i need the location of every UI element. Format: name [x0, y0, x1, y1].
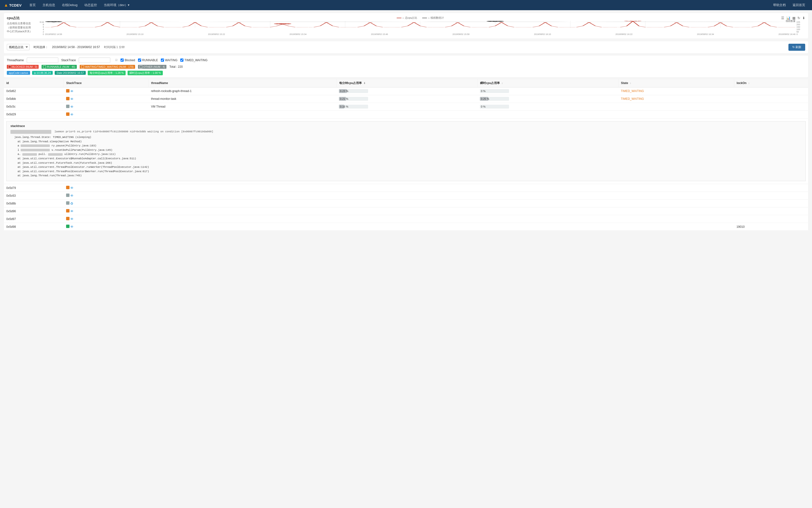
- chart-section: cpu占比 点击相应点查看信息 （使用前需要在应用 中心打开jstack开关） …: [4, 13, 808, 38]
- cell-empty: [149, 200, 808, 207]
- checkbox-runnable[interactable]: RUNNABLE: [138, 58, 158, 62]
- eye-icon[interactable]: 👁: [70, 97, 74, 101]
- stacktrace-line: at java.lang.Thread.sleep(Native Method): [10, 140, 802, 144]
- badge-other: OTHER (NUM : 4): [138, 65, 166, 69]
- stacktrace-line: a ry.pause(PullEntry.java:193): [10, 144, 802, 148]
- eye-icon[interactable]: 👁: [70, 186, 74, 190]
- eye-icon[interactable]: 👁: [70, 225, 74, 229]
- cell-cpu-instant: 0.25 %: [478, 95, 618, 103]
- cell-id: 0x5d62: [4, 87, 64, 95]
- cell-id: 0x5d96: [4, 207, 64, 215]
- tag-cpu-per-min: 每分钟总cpu占用率：1.28 %: [88, 71, 126, 75]
- chart-hint: 点击相应点查看信息 （使用前需要在应用 中心打开jstack开关）: [7, 22, 32, 34]
- cell-state: [618, 103, 734, 111]
- total-count: Total : 220: [169, 65, 183, 69]
- stacktrace-line: at java.util.concurrent.FutureTask.run(F…: [10, 161, 802, 165]
- eye-icon[interactable]: 👁: [70, 194, 74, 198]
- tag-date: Date:2019/08/02 16:57: [55, 71, 86, 75]
- cell-cpu-per-min: 0.23 %: [336, 87, 478, 95]
- state-value: TIMED_WAITING: [621, 89, 644, 93]
- cell-state: TIMED_WAITING: [618, 87, 734, 95]
- tag-cpu-instant: 瞬时总cpu占用率：1.00 %: [128, 71, 163, 75]
- chart-svg-area: 223 1.03 225: [45, 21, 796, 28]
- cell-cpu-instant: 0 %: [478, 103, 618, 111]
- navbar-item-help[interactable]: 帮助文档: [770, 0, 789, 10]
- cell-stacktrace-icon: 👁: [64, 87, 149, 95]
- chart-yaxis-right: 225 200 150 100 50 0: [797, 21, 805, 28]
- progress-text-instant: 0.25 %: [481, 97, 489, 101]
- stack-trace-label: StackTrace: [61, 58, 76, 62]
- progress-wrap-instant: 0.25 %: [480, 97, 509, 101]
- navbar-item-debug[interactable]: 在线Debug: [59, 0, 80, 10]
- thread-name-input[interactable]: [27, 57, 58, 63]
- cell-cpu-per-min: 0.16 %: [336, 103, 478, 111]
- interval-label: 时间间隔 1 分钟: [104, 45, 125, 49]
- eye-icon[interactable]: 👁: [70, 209, 74, 213]
- eye-icon[interactable]: 👁: [70, 217, 74, 221]
- eye-icon[interactable]: 👁: [70, 89, 74, 93]
- table-row: 0x5c63 👁: [4, 192, 808, 200]
- table-wrap: id StackTrace threadName 每分钟cpu占用率 ⬇ 瞬时c…: [4, 79, 808, 231]
- table-row: 0x5d79 👁: [4, 184, 808, 192]
- cell-stacktrace-icon: 👁: [64, 95, 149, 103]
- checkbox-waiting[interactable]: WAITING: [161, 58, 177, 62]
- navbar-item-hostinfo[interactable]: 主机信息: [40, 0, 58, 10]
- color-dot-orange: [66, 113, 70, 116]
- refresh-button[interactable]: ↻ 刷新: [788, 44, 805, 51]
- table-row: 0x5d29 👁: [4, 111, 808, 118]
- cell-lockon: [734, 95, 808, 103]
- navbar-item-home[interactable]: 首页: [27, 0, 39, 10]
- eye-icon[interactable]: 👁: [70, 105, 74, 109]
- sort-icon-cpu-per-min: ⬇: [363, 82, 365, 85]
- legend-thread: ○ 线程数统计: [422, 16, 444, 20]
- eye-icon[interactable]: 👁: [70, 113, 74, 117]
- progress-wrap-instant: 0 %: [480, 89, 509, 93]
- cell-stacktrace-icon: 👁: [64, 207, 149, 215]
- cell-stacktrace-icon: 👁: [64, 184, 149, 192]
- cell-empty: [149, 207, 808, 215]
- time-value: 2019/08/02 14:58 - 2019/08/02 16:57: [52, 45, 100, 49]
- cell-lockon: [734, 103, 808, 111]
- stacktrace-line: java.lang.Thread.State: TIMED_WAITING (s…: [10, 135, 802, 140]
- col-lockon[interactable]: lockOn ↕: [734, 79, 808, 87]
- navbar-item-env[interactable]: 当前环境（dev）▾: [101, 0, 132, 10]
- stacktrace-cell: stacktrace ■ ■ ■ ■ ■ ■ ■ ■ ■ ■ laemon pr…: [4, 118, 808, 184]
- sort-icon-cpu-instant: ↕: [501, 82, 503, 85]
- cell-id: 0x5d98: [4, 223, 64, 231]
- cell-empty: [149, 184, 808, 192]
- col-threadname: threadName: [149, 79, 337, 87]
- state-value: TIMED_WAITING: [621, 97, 644, 100]
- cell-id: 0x5d79: [4, 184, 64, 192]
- thread-table: id StackTrace threadName 每分钟cpu占用率 ⬇ 瞬时c…: [4, 79, 808, 231]
- cell-lockon: 19010: [734, 223, 808, 231]
- stacktrace-line: at java.lang.Thread.run(Thread.java:745): [10, 174, 802, 178]
- chart-yaxis-left: 8.64 8 6 4 2 0: [35, 21, 44, 28]
- table-row: 0x5d97 👁: [4, 215, 808, 223]
- navbar-item-home-back[interactable]: 返回首页: [789, 0, 808, 10]
- chart-icon-list[interactable]: ☰: [781, 16, 784, 20]
- legend-cpu: ○ 总cpu占比: [397, 16, 417, 20]
- table-row: 0x5d96 👁: [4, 207, 808, 215]
- time-label: 时间选择：: [34, 45, 48, 49]
- chart-icon-refresh[interactable]: ↻: [798, 16, 800, 20]
- svg-text:8.64: 8.64: [627, 21, 639, 21]
- navbar-item-monitor[interactable]: 动态监控: [81, 0, 100, 10]
- badge-blocked: BLOCKED (NUM : 0): [7, 65, 39, 69]
- process-select[interactable]: 线程总占比: [7, 44, 30, 50]
- stack-trace-input[interactable]: [79, 57, 110, 63]
- navbar-menu: 首页 主机信息 在线Debug 动态监控 当前环境（dev）▾: [27, 0, 770, 10]
- chart-icon-download[interactable]: ⬇: [802, 16, 805, 20]
- cell-state: TIMED_WAITING: [618, 95, 734, 103]
- progress-text: 0.16 %: [340, 105, 348, 109]
- cell-id: 0x5d97: [4, 215, 64, 223]
- col-cpu-instant[interactable]: 瞬时cpu占用率 ↕: [478, 79, 618, 87]
- col-state[interactable]: State ↕: [618, 79, 734, 87]
- color-dot-orange: [66, 89, 70, 92]
- color-dot-gray: [66, 194, 70, 197]
- checkbox-timed-waiting[interactable]: TIMED_WAITING: [180, 58, 207, 62]
- cell-id: 0x5d29: [4, 111, 64, 118]
- col-cpu-per-min[interactable]: 每分钟cpu占用率 ⬇: [336, 79, 478, 87]
- cell-empty: [149, 111, 808, 118]
- eye-icon[interactable]: ♻: [70, 202, 73, 205]
- checkbox-blocked[interactable]: Blocked: [121, 58, 135, 62]
